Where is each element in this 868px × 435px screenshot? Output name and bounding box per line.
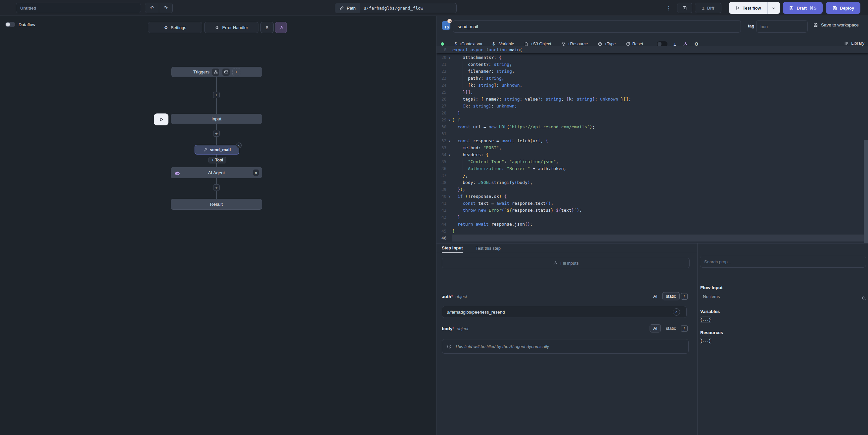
code-line[interactable]: 43} [436, 214, 868, 221]
code-line[interactable]: 33method: "POST", [436, 144, 868, 151]
add-trigger-button[interactable]: + [232, 68, 240, 76]
ai-wand-button[interactable] [683, 42, 688, 46]
auth-expr-button[interactable]: f [681, 293, 688, 300]
ai-wand-button[interactable] [275, 22, 287, 33]
code-line[interactable]: 24[k: string]: unknown; [436, 82, 868, 89]
body-mode-ai[interactable]: AI [650, 324, 661, 333]
test-flow-button[interactable]: Test flow [729, 2, 767, 14]
docs-button[interactable] [677, 3, 692, 13]
dollar-toggle-button[interactable]: $ [260, 22, 274, 33]
webhook-trigger-button[interactable] [212, 68, 220, 76]
fold-chevron-icon[interactable]: ∨ [446, 117, 453, 123]
code-line[interactable]: 27[k: string]: unknown; [436, 102, 868, 110]
auth-value-input[interactable] [442, 306, 687, 318]
path-button[interactable]: Path u/farhadglbs/grand_flow [335, 3, 457, 13]
insert-step-button[interactable]: + [213, 92, 220, 98]
add-variable-button[interactable]: $ +Variable [492, 42, 514, 46]
undo-button[interactable]: ↶ [145, 3, 159, 13]
code-editor[interactable]: 20∨attachments?: {21content?: string;22f… [436, 46, 868, 243]
props-panel: Flow Input No items Variables {...} Reso… [697, 244, 868, 435]
code-line[interactable]: 32∨const response = await fetch(url, { [436, 137, 868, 144]
code-line[interactable]: 40∨if (!response.ok) { [436, 193, 868, 200]
dataflow-toggle[interactable] [5, 22, 15, 27]
fold-chevron-icon[interactable]: ∨ [446, 193, 453, 200]
editor-scrollbar[interactable] [864, 140, 868, 243]
fold-chevron-icon[interactable]: ∨ [446, 151, 453, 158]
resources-badge[interactable]: {...} [700, 338, 711, 344]
flow-summary-input[interactable] [16, 3, 141, 13]
tool-node-send-mail[interactable]: send_mail [194, 145, 239, 154]
fill-inputs-button[interactable]: Fill inputs [442, 258, 690, 268]
code-line[interactable]: 23path?: string; [436, 75, 868, 82]
wrench-icon [203, 148, 208, 152]
reset-button[interactable]: Reset [626, 42, 643, 46]
flow-settings-button[interactable]: ⚙ Settings [148, 22, 202, 33]
fold-chevron-icon[interactable]: ∨ [446, 137, 453, 144]
result-node[interactable]: Result [171, 199, 262, 210]
code-line[interactable]: 39}); [436, 186, 868, 193]
tab-step-input[interactable]: Step Input [442, 244, 463, 253]
play-icon [158, 117, 164, 122]
code-line[interactable]: 22filename?: string; [436, 68, 868, 75]
code-line[interactable]: 41const text = await response.text(); [436, 200, 868, 207]
flow-canvas[interactable]: Dataflow ⚙ Settings Error Handler $ Trig… [0, 16, 436, 435]
ai-agent-node[interactable]: AI Agent a [171, 167, 262, 178]
code-line[interactable]: 21content?: string; [436, 61, 868, 68]
code-line[interactable]: 36Authorization: "Bearer " + auth.token, [436, 165, 868, 172]
fold-chevron-icon[interactable]: ∨ [446, 54, 453, 61]
code-line[interactable]: 35"Content-Type": "application/json", [436, 158, 868, 165]
triggers-node[interactable]: Triggers + [172, 67, 262, 77]
code-line[interactable]: 29∨) { [436, 117, 868, 123]
sticky-scope-line[interactable]: 8export async function main( [436, 46, 868, 53]
search-icon[interactable] [861, 296, 866, 301]
code-line[interactable]: 38body: JSON.stringify(body), [436, 179, 868, 186]
tag-input[interactable] [756, 20, 808, 33]
code-line[interactable]: 44return await response.json(); [436, 221, 868, 227]
more-menu-button[interactable]: ⋮ [666, 4, 672, 12]
body-arg-label: body* object [442, 326, 468, 331]
code-line[interactable]: 30const url = new URL(`https://api.resen… [436, 123, 868, 130]
input-node[interactable]: Input [171, 114, 262, 124]
tab-test-this-step[interactable]: Test this step [475, 244, 501, 253]
remove-tool-button[interactable]: × [236, 143, 242, 148]
auth-clear-button[interactable]: × [673, 308, 680, 316]
insert-step-button[interactable]: + [213, 184, 220, 191]
code-line[interactable]: 25}[]; [436, 89, 868, 96]
save-to-workspace-button[interactable]: Save to workspace [813, 23, 859, 27]
auth-mode-ai[interactable]: AI [650, 292, 661, 300]
search-prop-input[interactable] [700, 256, 866, 268]
code-line[interactable]: 34∨headers: { [436, 151, 868, 158]
editor-settings-button[interactable]: ⚙ [694, 41, 699, 46]
insert-step-button[interactable]: + [213, 130, 220, 136]
draft-button[interactable]: Draft ⌘S [783, 2, 823, 14]
assistant-toggle[interactable] [657, 41, 668, 46]
code-line[interactable]: 26tags?: { name?: string; value?: string… [436, 96, 868, 102]
body-expr-button[interactable]: f [681, 325, 688, 332]
email-trigger-button[interactable] [222, 68, 230, 76]
test-flow-dropdown[interactable] [767, 2, 780, 14]
code-line[interactable]: 45} [436, 227, 868, 235]
add-resource-button[interactable]: +Resource [561, 42, 588, 46]
add-s3-object-button[interactable]: +S3 Object [524, 42, 551, 46]
step-name-input[interactable] [453, 20, 741, 33]
library-button[interactable]: Library [844, 41, 864, 45]
diff-mode-button[interactable]: ± [674, 41, 676, 46]
add-type-button[interactable]: +Type [598, 42, 616, 46]
add-tool-button[interactable]: + Tool [209, 157, 226, 163]
code-line[interactable]: 46 [436, 235, 868, 242]
code-line[interactable]: 8export async function main( [436, 46, 868, 53]
run-from-input-button[interactable] [154, 114, 168, 125]
code-line[interactable]: 20∨attachments?: { [436, 54, 868, 61]
code-line[interactable]: 31 [436, 130, 868, 137]
redo-button[interactable]: ↷ [159, 3, 173, 13]
body-mode-static[interactable]: static [662, 324, 679, 333]
auth-mode-static[interactable]: static [662, 292, 679, 300]
error-handler-button[interactable]: Error Handler [204, 22, 258, 33]
code-line[interactable]: 42throw new Error(`${response.status} ${… [436, 207, 868, 214]
add-context-var-button[interactable]: $ +Context var [455, 42, 483, 46]
code-line[interactable]: 37}, [436, 172, 868, 179]
diff-button[interactable]: ± Diff [695, 3, 721, 13]
variables-badge[interactable]: {...} [700, 317, 711, 323]
deploy-button[interactable]: Deploy [826, 2, 860, 14]
code-line[interactable]: 28} [436, 110, 868, 117]
